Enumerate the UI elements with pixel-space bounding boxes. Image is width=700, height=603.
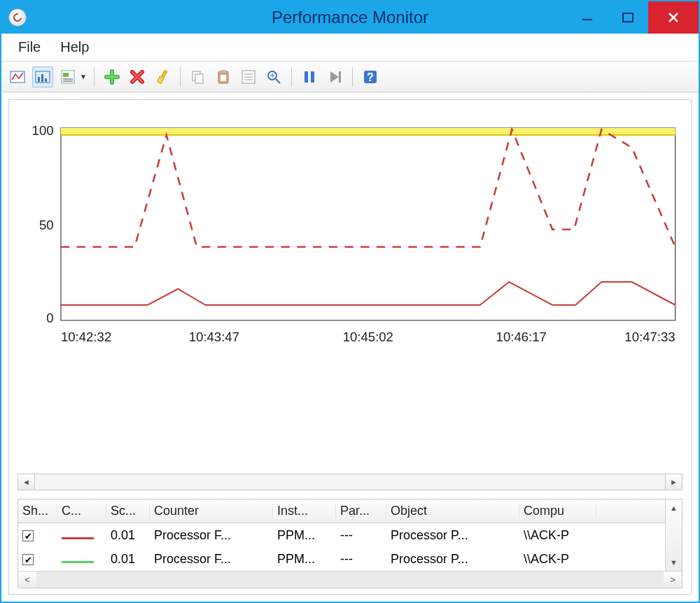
zoom-button[interactable]: [263, 66, 284, 87]
x-tick-3: 10:46:17: [496, 329, 547, 344]
scroll-left-button[interactable]: ◄: [18, 474, 35, 490]
view-report-button[interactable]: [57, 66, 78, 87]
view-line-button[interactable]: [7, 66, 28, 87]
toolbar-separator: [291, 67, 292, 87]
scroll-track[interactable]: [36, 572, 664, 588]
cell-parent: ---: [336, 552, 386, 567]
col-object[interactable]: Object: [386, 504, 519, 518]
menu-help[interactable]: Help: [50, 36, 99, 58]
paste-icon: [215, 69, 232, 85]
svg-rect-32: [61, 128, 676, 320]
zoom-icon: [265, 69, 282, 85]
col-show[interactable]: Sh...: [18, 504, 57, 518]
col-instance[interactable]: Inst...: [273, 504, 336, 518]
col-color[interactable]: C...: [57, 504, 106, 518]
col-counter[interactable]: Counter: [150, 504, 273, 518]
view-histogram-button[interactable]: [32, 66, 53, 87]
cell-scale: 0.01: [106, 528, 150, 543]
view-histogram-icon: [34, 69, 51, 85]
highlight-icon: [154, 69, 171, 85]
content-pane: 100 50 0 10:42:32 10:43:47 10:45:02 10:4: [8, 99, 692, 595]
properties-icon: [240, 69, 257, 85]
delete-counter-button[interactable]: [127, 66, 148, 87]
scroll-track[interactable]: [35, 474, 665, 490]
y-tick-0: 0: [46, 311, 53, 325]
svg-rect-12: [63, 80, 73, 82]
highlight-button[interactable]: [152, 66, 173, 87]
svg-rect-1: [623, 13, 633, 22]
window-controls: [567, 1, 699, 34]
svg-rect-13: [162, 70, 167, 77]
properties-button[interactable]: [238, 66, 259, 87]
performance-chart[interactable]: 100 50 0 10:42:32 10:43:47 10:45:02 10:4: [18, 107, 682, 359]
copy-button[interactable]: [188, 66, 209, 87]
svg-rect-10: [63, 73, 69, 77]
help-icon: ?: [362, 69, 379, 85]
close-button[interactable]: [648, 1, 699, 34]
copy-icon: [190, 69, 206, 85]
cell-counter: Processor F...: [150, 528, 273, 543]
chart-area: 100 50 0 10:42:32 10:43:47 10:45:02 10:4: [18, 107, 682, 467]
svg-rect-28: [311, 71, 314, 83]
scroll-up-button[interactable]: ▲: [666, 499, 682, 516]
svg-rect-15: [195, 74, 203, 83]
update-data-button[interactable]: [324, 66, 345, 87]
counters-hscroll[interactable]: < >: [18, 571, 682, 588]
toolbar-separator: [94, 67, 94, 87]
cell-computer: \\ACK-P: [519, 528, 596, 543]
view-report-icon: [59, 69, 76, 85]
window-frame: Performance Monitor File Help ▼: [0, 0, 700, 603]
toolbar-separator: [352, 67, 353, 87]
cell-instance: PPM...: [273, 552, 336, 567]
svg-rect-17: [220, 70, 226, 73]
cell-computer: \\ACK-P: [519, 552, 596, 567]
show-checkbox[interactable]: ✔: [22, 530, 34, 541]
color-swatch: [62, 561, 94, 563]
col-scale[interactable]: Sc...: [106, 504, 150, 518]
y-tick-100: 100: [32, 123, 54, 138]
counter-row[interactable]: ✔ 0.01 Processor F... PPM... --- Process…: [18, 547, 665, 571]
cell-object: Processor P...: [386, 528, 519, 543]
show-checkbox[interactable]: ✔: [22, 554, 34, 565]
x-tick-2: 10:45:02: [343, 329, 393, 344]
add-counter-icon: [104, 69, 120, 85]
scroll-right-button[interactable]: >: [664, 572, 682, 588]
svg-rect-27: [304, 71, 308, 83]
col-computer[interactable]: Compu: [519, 504, 596, 518]
counters-header[interactable]: Sh... C... Sc... Counter Inst... Par... …: [18, 499, 665, 523]
x-tick-1: 10:43:47: [189, 329, 239, 344]
scroll-right-button[interactable]: ►: [665, 474, 682, 490]
svg-rect-18: [220, 75, 226, 81]
svg-rect-8: [45, 78, 47, 82]
color-swatch: [62, 537, 94, 539]
toolbar: ▼ ?: [1, 62, 699, 92]
cell-parent: ---: [336, 528, 386, 543]
cell-instance: PPM...: [273, 528, 336, 543]
chart-scrollbar[interactable]: ◄ ►: [18, 474, 682, 490]
cell-object: Processor P...: [386, 552, 519, 567]
svg-rect-11: [63, 78, 73, 80]
add-counter-button[interactable]: [102, 66, 122, 87]
view-line-icon: [9, 69, 26, 85]
counters-panel: Sh... C... Sc... Counter Inst... Par... …: [18, 499, 682, 588]
update-data-icon: [326, 69, 343, 85]
counter-row[interactable]: ✔ 0.01 Processor F... PPM... --- Process…: [18, 523, 665, 547]
maximize-button[interactable]: [608, 1, 648, 34]
view-dropdown-button[interactable]: ▼: [80, 73, 87, 80]
menu-file[interactable]: File: [8, 36, 50, 58]
col-parent[interactable]: Par...: [336, 504, 386, 518]
paste-button[interactable]: [213, 66, 234, 87]
app-icon: [8, 8, 27, 27]
titlebar[interactable]: Performance Monitor: [1, 1, 699, 34]
minimize-button[interactable]: [567, 1, 608, 34]
svg-rect-29: [339, 71, 341, 83]
freeze-icon: [301, 69, 318, 85]
scroll-left-button[interactable]: <: [18, 572, 36, 588]
x-tick-4: 10:47:33: [624, 329, 675, 344]
help-button[interactable]: ?: [360, 66, 381, 87]
cell-counter: Processor F...: [150, 552, 273, 567]
scroll-down-button[interactable]: ▼: [666, 554, 682, 571]
y-tick-50: 50: [39, 218, 54, 232]
freeze-button[interactable]: [299, 66, 320, 87]
counters-vscroll[interactable]: ▲ ▼: [665, 499, 682, 571]
